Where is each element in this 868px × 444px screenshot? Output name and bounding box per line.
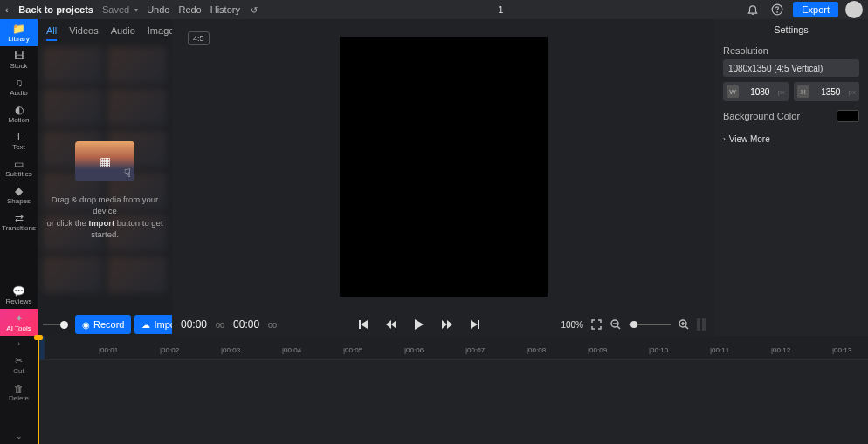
notifications-icon[interactable] xyxy=(744,1,761,18)
preview-area: 4:5 00:0000 00:0000 100% xyxy=(172,19,714,336)
saved-dropdown-icon[interactable]: ▾ xyxy=(134,6,138,14)
redo-button[interactable]: Redo xyxy=(178,4,201,15)
svg-rect-2 xyxy=(359,320,361,329)
library-dropzone[interactable]: ▦ ☟ Drag & drop media from your device o… xyxy=(38,42,172,313)
thumbnail-size-slider[interactable] xyxy=(43,321,68,329)
drop-card: ▦ ☟ xyxy=(75,141,134,181)
tick: |00:03 xyxy=(221,346,240,354)
tick: |00:05 xyxy=(343,346,362,354)
back-to-projects-link[interactable]: Back to projects xyxy=(18,4,93,15)
tick: |00:13 xyxy=(832,346,851,354)
nav-shapes[interactable]: ◆ Shapes xyxy=(0,181,38,208)
svg-marker-6 xyxy=(415,319,424,330)
history-icon: ↺ xyxy=(251,5,258,15)
zoom-out-icon[interactable] xyxy=(610,318,622,331)
saved-status: Saved xyxy=(102,4,129,15)
avatar[interactable] xyxy=(845,1,863,18)
cut-tool[interactable]: ✂ Cut xyxy=(0,352,38,379)
nav-audio[interactable]: ♫ Audio xyxy=(0,73,38,100)
timeline-collapse-button[interactable]: › xyxy=(0,336,38,352)
help-icon[interactable] xyxy=(768,1,786,18)
bg-color-label: Background Color xyxy=(723,111,800,121)
svg-marker-5 xyxy=(391,320,396,329)
subtitles-icon: ▭ xyxy=(14,159,24,169)
folder-icon: 📁 xyxy=(12,24,25,34)
tick: |00:02 xyxy=(160,346,179,354)
library-tabs: All Videos Audio Images xyxy=(38,19,172,42)
timeline-tools: › ✂ Cut 🗑 Delete ⌄ xyxy=(0,336,38,444)
resolution-select[interactable]: 1080x1350 (4:5 Vertical) xyxy=(723,59,859,77)
library-footer: ◉ Record ☁ Import xyxy=(38,313,172,336)
music-note-icon: ♫ xyxy=(15,78,23,88)
nav-ai-tools[interactable]: ✦ AI Tools xyxy=(0,309,38,336)
nav-motion[interactable]: ◐ Motion xyxy=(0,100,38,127)
timeline-ruler[interactable]: |00:01 |00:02 |00:03 |00:04 |00:05 |00:0… xyxy=(38,336,868,360)
settings-panel: Settings Resolution 1080x1350 (4:5 Verti… xyxy=(714,19,868,336)
tab-audio[interactable]: Audio xyxy=(111,25,135,36)
timeline-more-button[interactable]: ⌄ xyxy=(0,428,38,444)
skip-end-button[interactable] xyxy=(469,318,481,331)
tick: |00:07 xyxy=(465,346,485,354)
undo-button[interactable]: Undo xyxy=(147,4,169,15)
drop-text: Drag & drop media from your device or cl… xyxy=(45,194,165,240)
play-button[interactable] xyxy=(413,318,425,331)
preview-canvas[interactable] xyxy=(340,37,548,297)
bg-color-swatch[interactable] xyxy=(837,110,859,122)
nav-subtitles[interactable]: ▭ Subtitles xyxy=(0,154,38,181)
playhead[interactable] xyxy=(38,336,39,444)
svg-marker-9 xyxy=(471,320,478,329)
height-field[interactable]: H 1350 px xyxy=(794,82,859,101)
skip-start-button[interactable] xyxy=(357,318,369,331)
nav-reviews[interactable]: 💬 Reviews xyxy=(0,282,38,309)
svg-rect-10 xyxy=(478,320,479,329)
project-title[interactable]: 1 xyxy=(258,4,744,15)
nav-library[interactable]: 📁 Library xyxy=(0,19,38,46)
topbar: ‹ Back to projects Saved ▾ Undo Redo His… xyxy=(0,0,868,19)
step-forward-button[interactable] xyxy=(441,318,453,331)
tick: |00:09 xyxy=(588,346,607,354)
record-button[interactable]: ◉ Record xyxy=(75,315,131,334)
tick: |00:04 xyxy=(282,346,301,354)
chevron-down-icon: ⌄ xyxy=(16,432,23,441)
tab-all[interactable]: All xyxy=(46,25,57,41)
timeline-main[interactable]: |00:01 |00:02 |00:03 |00:04 |00:05 |00:0… xyxy=(38,336,868,444)
view-more-button[interactable]: › View More xyxy=(723,134,859,144)
svg-marker-3 xyxy=(361,320,368,329)
tick: |00:10 xyxy=(649,346,668,354)
transitions-icon: ⇄ xyxy=(15,213,24,223)
side-nav: 📁 Library 🎞 Stock ♫ Audio ◐ Motion T Tex… xyxy=(0,19,38,336)
tick: |00:08 xyxy=(527,346,546,354)
zoom-in-icon[interactable] xyxy=(678,318,690,331)
delete-tool[interactable]: 🗑 Delete xyxy=(0,379,38,406)
svg-point-1 xyxy=(777,12,778,13)
motion-icon: ◐ xyxy=(15,105,24,115)
nav-text[interactable]: T Text xyxy=(0,127,38,154)
tick: |00:12 xyxy=(771,346,790,354)
aspect-ratio-badge[interactable]: 4:5 xyxy=(188,31,210,45)
time-display: 00:0000 00:0000 xyxy=(181,318,277,331)
svg-line-13 xyxy=(617,326,620,329)
fullscreen-icon[interactable] xyxy=(590,318,603,331)
tick: |00:11 xyxy=(710,346,729,354)
export-button[interactable]: Export xyxy=(793,2,838,17)
time-current: 00:00 xyxy=(181,318,207,331)
layout-bars-icon[interactable] xyxy=(697,318,706,331)
chat-icon: 💬 xyxy=(12,286,25,297)
time-total: 00:00 xyxy=(233,318,259,331)
zoom-slider[interactable] xyxy=(629,324,671,325)
cloud-upload-icon: ☁ xyxy=(141,320,150,330)
sparkle-icon: ✦ xyxy=(15,313,24,324)
shapes-icon: ◆ xyxy=(15,186,23,196)
svg-marker-7 xyxy=(442,320,447,329)
chevron-right-icon: › xyxy=(17,339,20,348)
step-back-button[interactable] xyxy=(385,318,397,331)
nav-stock[interactable]: 🎞 Stock xyxy=(0,46,38,73)
settings-title: Settings xyxy=(714,19,868,40)
width-field[interactable]: W 1080 px xyxy=(723,82,789,101)
tab-videos[interactable]: Videos xyxy=(69,25,98,36)
back-chevron-icon[interactable]: ‹ xyxy=(5,5,8,15)
scissors-icon: ✂ xyxy=(15,355,23,366)
nav-transitions[interactable]: ⇄ Transitions xyxy=(0,208,38,236)
timeline: › ✂ Cut 🗑 Delete ⌄ |00:01 |00:02 |00:03 … xyxy=(0,336,868,444)
history-button[interactable]: History xyxy=(210,4,240,15)
